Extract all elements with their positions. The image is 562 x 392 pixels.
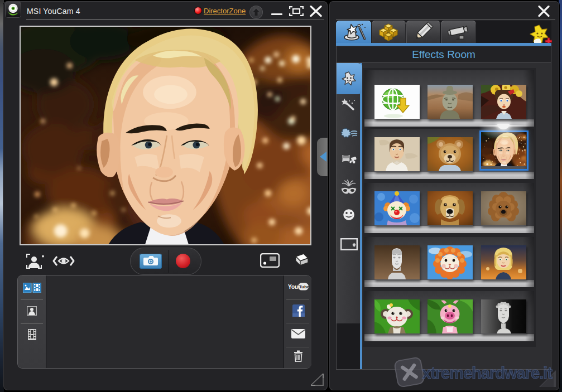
svg-text:Tube: Tube — [299, 284, 309, 289]
svg-text:You: You — [288, 284, 298, 290]
svg-text:xtremehardware.it: xtremehardware.it — [422, 364, 553, 382]
